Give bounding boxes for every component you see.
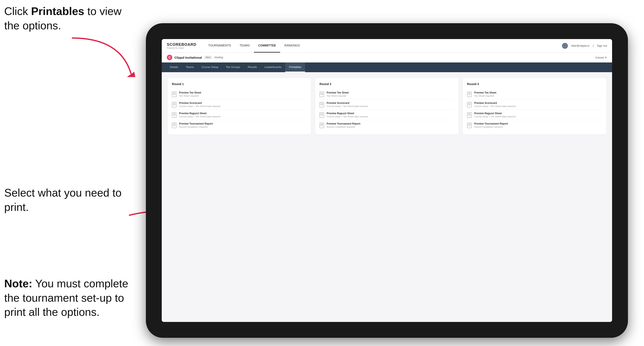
printable-name: Preview Tee Sheet: [179, 91, 201, 94]
printable-item-r3-2[interactable]: Preview ScorecardCourse setup + Tee Shee…: [467, 99, 602, 110]
round-1-column: Round 1Preview Tee SheetTee Sheet requir…: [168, 78, 311, 135]
separator: |: [593, 44, 594, 47]
doc-icon: [320, 102, 324, 107]
printable-name: Preview Tee Sheet: [474, 91, 496, 94]
doc-icon: [172, 102, 176, 107]
printable-note: Course setup + Tee Sheet data required: [327, 115, 368, 118]
printable-name: Preview Raguzzi Sheet: [474, 112, 516, 115]
doc-icon: [172, 92, 176, 97]
printable-name: Preview Scorecard: [327, 102, 368, 105]
logo-sub: Powered by clippd: [167, 47, 196, 49]
top-nav-items: TOURNAMENTS TEAMS COMMITTEE RANKINGS: [204, 39, 562, 53]
round-1-title: Round 1: [172, 82, 307, 86]
printable-name: Preview Tee Sheet: [327, 91, 349, 94]
logo-area: SCOREBOARD Powered by clippd: [167, 42, 196, 49]
printable-item-r1-4[interactable]: Preview Tournament ReportRound Completio…: [172, 120, 307, 130]
round-2-title: Round 2: [320, 82, 454, 86]
sub-header: C Clippd Invitational Men Hosting Cancel…: [162, 53, 612, 62]
printable-note: Course setup + Tee Sheet data required: [179, 105, 220, 107]
printable-name: Preview Raguzzi Sheet: [327, 112, 368, 115]
printable-note: Course setup + Tee Sheet data required: [474, 115, 516, 118]
doc-icon: [172, 112, 176, 118]
printable-note: Course setup + Tee Sheet data required: [179, 115, 220, 118]
printable-note: Tee Sheet required: [474, 95, 496, 97]
bold-printables: Printables: [31, 5, 84, 17]
tab-details[interactable]: Details: [166, 62, 182, 72]
user-email: blair@clippd.io: [571, 44, 589, 47]
tournament-badge: Men: [204, 55, 212, 59]
tab-printables[interactable]: Printables: [285, 62, 305, 72]
tablet-frame: SCOREBOARD Powered by clippd TOURNAMENTS…: [146, 23, 628, 338]
printable-item-r3-1[interactable]: Preview Tee SheetTee Sheet required: [467, 89, 602, 99]
tournament-title: Clippd Invitational: [174, 56, 202, 59]
printable-item-r2-1[interactable]: Preview Tee SheetTee Sheet required: [320, 89, 454, 99]
tournament-name-area: C Clippd Invitational Men Hosting: [167, 55, 223, 60]
printable-name: Preview Scorecard: [474, 102, 516, 105]
cancel-button[interactable]: Cancel ✕: [595, 56, 607, 59]
user-avatar: [562, 43, 568, 49]
printable-name: Preview Tournament Report: [327, 122, 360, 125]
nav-teams[interactable]: TEAMS: [235, 39, 254, 53]
nav-tournaments[interactable]: TOURNAMENTS: [204, 39, 235, 53]
printable-item-r1-2[interactable]: Preview ScorecardCourse setup + Tee Shee…: [172, 99, 307, 110]
printable-name: Preview Tournament Report: [179, 122, 213, 125]
doc-icon: [467, 112, 472, 118]
top-nav-right: blair@clippd.io | Sign out: [562, 43, 607, 49]
printable-item-r2-3[interactable]: Preview Raguzzi SheetCourse setup + Tee …: [320, 110, 454, 120]
instruction-top: Click Printables to view the options.: [4, 4, 135, 33]
hosting-badge: Hosting: [214, 56, 223, 59]
printable-name: Preview Scorecard: [179, 102, 220, 105]
printable-note: Round Completion required: [327, 126, 360, 128]
printable-item-r1-1[interactable]: Preview Tee SheetTee Sheet required: [172, 89, 307, 99]
printable-note: Tee Sheet required: [327, 95, 349, 97]
doc-icon: [172, 123, 176, 128]
main-content: Round 1Preview Tee SheetTee Sheet requir…: [162, 72, 612, 322]
instruction-bottom: Note: You must complete the tournament s…: [4, 277, 135, 319]
printable-item-r2-2[interactable]: Preview ScorecardCourse setup + Tee Shee…: [320, 99, 454, 110]
printable-note: Tee Sheet required: [179, 95, 201, 97]
printable-item-r2-4[interactable]: Preview Tournament ReportRound Completio…: [320, 120, 454, 130]
doc-icon: [467, 123, 472, 128]
nav-committee[interactable]: COMMITTEE: [254, 39, 280, 53]
tournament-logo: C: [167, 55, 172, 60]
tab-tee-groups[interactable]: Tee Groups: [222, 62, 244, 72]
bold-note: Note:: [4, 277, 32, 290]
printable-name: Preview Tournament Report: [474, 122, 508, 125]
round-2-column: Round 2Preview Tee SheetTee Sheet requir…: [315, 78, 458, 135]
round-3-column: Round 3Preview Tee SheetTee Sheet requir…: [463, 78, 606, 135]
tab-nav: Details Teams Course Setup Tee Groups Re…: [162, 62, 612, 72]
printable-item-r3-3[interactable]: Preview Raguzzi SheetCourse setup + Tee …: [467, 110, 602, 120]
doc-icon: [320, 92, 324, 97]
rounds-container: Round 1Preview Tee SheetTee Sheet requir…: [168, 78, 606, 135]
doc-icon: [320, 112, 324, 118]
tab-results[interactable]: Results: [244, 62, 261, 72]
printable-note: Round Completion required: [474, 126, 508, 128]
printable-name: Preview Raguzzi Sheet: [179, 112, 220, 115]
doc-icon: [467, 102, 472, 107]
tab-leaderboards[interactable]: Leaderboards: [261, 62, 285, 72]
nav-rankings[interactable]: RANKINGS: [280, 39, 304, 53]
top-nav: SCOREBOARD Powered by clippd TOURNAMENTS…: [162, 39, 612, 53]
logo-title: SCOREBOARD: [167, 42, 196, 47]
sign-out-link[interactable]: Sign out: [597, 44, 607, 47]
round-3-title: Round 3: [467, 82, 602, 86]
printable-item-r1-3[interactable]: Preview Raguzzi SheetCourse setup + Tee …: [172, 110, 307, 120]
arrow-top-annotation: [61, 36, 138, 82]
tab-teams[interactable]: Teams: [182, 62, 198, 72]
printable-note: Round Completion required: [179, 126, 213, 128]
printable-item-r3-4[interactable]: Preview Tournament ReportRound Completio…: [467, 120, 602, 130]
doc-icon: [320, 123, 324, 128]
tablet-screen: SCOREBOARD Powered by clippd TOURNAMENTS…: [162, 39, 612, 322]
instruction-middle: Select what you need to print.: [4, 186, 127, 214]
printable-note: Course setup + Tee Sheet data required: [327, 105, 368, 107]
tab-course-setup[interactable]: Course Setup: [198, 62, 222, 72]
printable-note: Course setup + Tee Sheet data required: [474, 105, 516, 107]
doc-icon: [467, 92, 472, 97]
